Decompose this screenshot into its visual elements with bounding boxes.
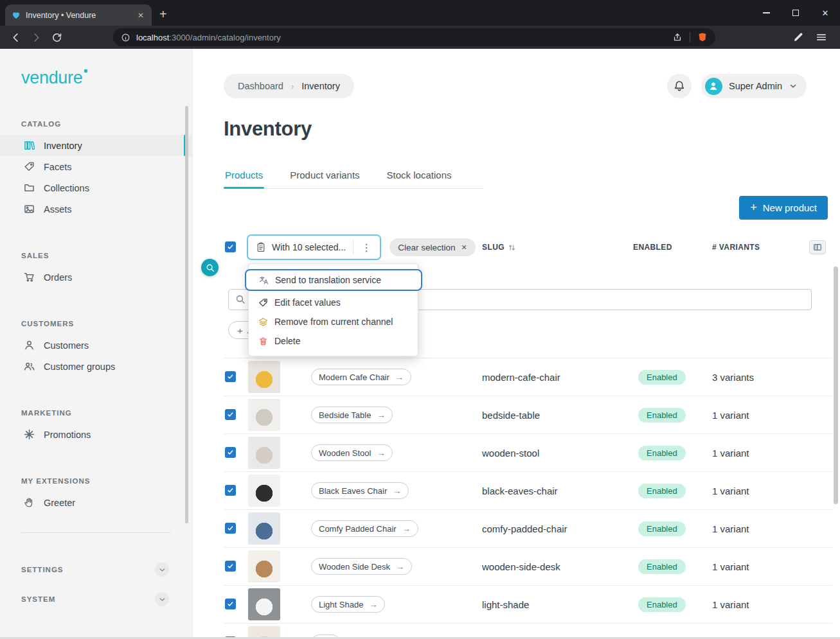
tab-stock-locations[interactable]: Stock locations bbox=[386, 164, 453, 188]
status-badge: Enabled bbox=[638, 597, 686, 612]
inventory-icon bbox=[24, 140, 35, 151]
menu-item-remove-from-current-channel[interactable]: Remove from current channel bbox=[249, 312, 418, 331]
content-scrollbar[interactable] bbox=[834, 267, 838, 504]
sidebar-section-label: SALES bbox=[0, 252, 192, 261]
row-checkbox[interactable] bbox=[225, 409, 236, 420]
sidebar-section: MARKETING Promotions bbox=[0, 409, 192, 445]
trash-icon bbox=[258, 337, 268, 346]
window-maximize-button[interactable] bbox=[781, 0, 810, 26]
browser-menu-icon[interactable] bbox=[816, 31, 827, 43]
table-row[interactable]: Modern Cafe Chair→ modern-cafe-chair Ena… bbox=[224, 358, 832, 396]
tag-icon bbox=[24, 161, 35, 172]
share-icon[interactable] bbox=[672, 32, 683, 42]
tab-product-variants[interactable]: Product variants bbox=[289, 164, 361, 188]
row-checkbox[interactable] bbox=[225, 599, 236, 609]
person-icon bbox=[708, 81, 719, 91]
row-checkbox[interactable] bbox=[225, 561, 236, 572]
sidebar-section-toggle-settings[interactable]: SETTINGS bbox=[0, 555, 192, 584]
check-icon bbox=[227, 449, 234, 456]
sidebar-item-greeter[interactable]: Greeter bbox=[0, 492, 192, 513]
window-close-button[interactable]: ✕ bbox=[810, 0, 840, 26]
sidebar-section: MY EXTENSIONS Greeter bbox=[0, 477, 192, 513]
variant-count: 1 variant bbox=[712, 599, 809, 610]
row-checkbox[interactable] bbox=[225, 523, 236, 534]
sidebar-item-inventory[interactable]: Inventory bbox=[0, 135, 192, 156]
reload-button[interactable] bbox=[48, 28, 66, 46]
search-fab-button[interactable] bbox=[201, 259, 219, 276]
user-menu-button[interactable]: Super Admin bbox=[701, 74, 807, 98]
status-badge: Enabled bbox=[638, 484, 686, 498]
sidebar-section: SALES Orders bbox=[0, 252, 192, 288]
table-row[interactable]: Light Shade→ light-shade Enabled 1 varia… bbox=[224, 585, 832, 623]
clear-selection-button[interactable]: Clear selection ✕ bbox=[389, 238, 476, 256]
breadcrumb-dashboard[interactable]: Dashboard bbox=[238, 81, 283, 91]
row-checkbox[interactable] bbox=[225, 371, 236, 382]
sidebar-item-collections[interactable]: Collections bbox=[0, 177, 192, 198]
site-info-icon[interactable] bbox=[121, 33, 130, 42]
menu-item-edit-facet-values[interactable]: Edit facet values bbox=[249, 293, 418, 312]
window-minimize-button[interactable] bbox=[751, 0, 781, 26]
product-slug: light-shade bbox=[482, 599, 633, 610]
forward-icon bbox=[31, 32, 42, 43]
product-name-link[interactable]: Black Eaves Chair→ bbox=[311, 482, 409, 499]
pencil-icon[interactable] bbox=[792, 31, 804, 43]
chevron-down-icon bbox=[789, 82, 798, 91]
arrow-right-icon: → bbox=[395, 372, 404, 382]
browser-tab[interactable]: Inventory • Vendure ✕ bbox=[5, 4, 152, 26]
sidebar-item-promotions[interactable]: Promotions bbox=[0, 424, 192, 445]
new-tab-button[interactable]: + bbox=[152, 8, 175, 26]
arrow-right-icon: → bbox=[369, 600, 377, 609]
product-name-link[interactable]: Wooden Stool→ bbox=[311, 444, 393, 461]
bulk-actions-button[interactable]: With 10 selected... ⋮ bbox=[247, 234, 381, 260]
forward-button[interactable] bbox=[27, 28, 45, 46]
row-checkbox[interactable] bbox=[225, 485, 236, 496]
row-checkbox[interactable] bbox=[225, 447, 236, 458]
status-badge: Enabled bbox=[638, 521, 686, 536]
arrow-right-icon: → bbox=[393, 486, 401, 496]
product-name-link[interactable]: Wooden Side Desk→ bbox=[311, 558, 412, 575]
sort-icon[interactable] bbox=[508, 243, 516, 252]
brave-shields-icon[interactable] bbox=[697, 32, 708, 42]
sidebar-scrollbar[interactable] bbox=[185, 106, 188, 523]
status-badge: Enabled bbox=[638, 559, 686, 574]
product-slug: modern-cafe-chair bbox=[482, 372, 633, 383]
url-bar[interactable]: localhost:3000/admin/catalog/inventory bbox=[113, 28, 715, 46]
product-name-link[interactable]: Comfy Padded Chair→ bbox=[311, 520, 418, 537]
sparkle-icon bbox=[24, 429, 35, 440]
product-name-link[interactable]: Bedside Table→ bbox=[311, 407, 393, 423]
table-row[interactable]: Black Eaves Chair→ black-eaves-chair Ena… bbox=[224, 471, 832, 509]
product-name-link[interactable]: Light Shade→ bbox=[311, 596, 385, 613]
layers-icon bbox=[258, 317, 268, 327]
table-row[interactable]: Bedside Table→ bedside-table Enabled 1 v… bbox=[224, 396, 832, 433]
tab-products[interactable]: Products bbox=[224, 164, 264, 188]
sidebar-section-toggle-system[interactable]: SYSTEM bbox=[0, 584, 192, 614]
sidebar-item-customers[interactable]: Customers bbox=[0, 335, 192, 356]
menu-item-delete[interactable]: Delete bbox=[249, 331, 418, 351]
table-row[interactable]: Comfy Padded Chair→ comfy-padded-chair E… bbox=[224, 509, 832, 547]
chevron-down-icon[interactable] bbox=[155, 592, 169, 606]
table-row[interactable]: Wooden Stool→ wooden-stool Enabled 1 var… bbox=[224, 433, 832, 471]
product-name-link[interactable]: Modern Cafe Chair→ bbox=[311, 369, 411, 385]
new-product-button[interactable]: + New product bbox=[739, 196, 828, 220]
notifications-button[interactable] bbox=[667, 74, 692, 98]
sidebar-item-orders[interactable]: Orders bbox=[0, 267, 192, 288]
table-row[interactable]: Wooden Side Desk→ wooden-side-desk Enabl… bbox=[224, 547, 832, 585]
sidebar-item-facets[interactable]: Facets bbox=[0, 156, 192, 177]
sidebar-item-customer-groups[interactable]: Customer groups bbox=[0, 356, 192, 377]
column-header-slug[interactable]: SLUG bbox=[482, 243, 633, 252]
sidebar-section: CUSTOMERS Customers Customer groups bbox=[0, 320, 192, 377]
column-settings-button[interactable] bbox=[809, 240, 826, 254]
sidebar-item-assets[interactable]: Assets bbox=[0, 198, 192, 220]
chevron-down-icon[interactable] bbox=[155, 563, 169, 577]
menu-item-send-to-translation-service[interactable]: Send to translation service bbox=[245, 269, 422, 291]
url-host: localhost bbox=[136, 33, 169, 42]
kebab-menu-icon[interactable]: ⋮ bbox=[359, 241, 373, 254]
product-slug: wooden-side-desk bbox=[482, 561, 633, 572]
select-all-checkbox[interactable] bbox=[225, 241, 236, 252]
check-icon bbox=[227, 243, 234, 250]
back-button[interactable] bbox=[6, 28, 24, 46]
check-icon bbox=[227, 487, 234, 494]
chevron-right-icon: › bbox=[291, 82, 294, 91]
tab-close-icon[interactable]: ✕ bbox=[135, 10, 147, 21]
product-slug: wooden-stool bbox=[482, 448, 633, 459]
